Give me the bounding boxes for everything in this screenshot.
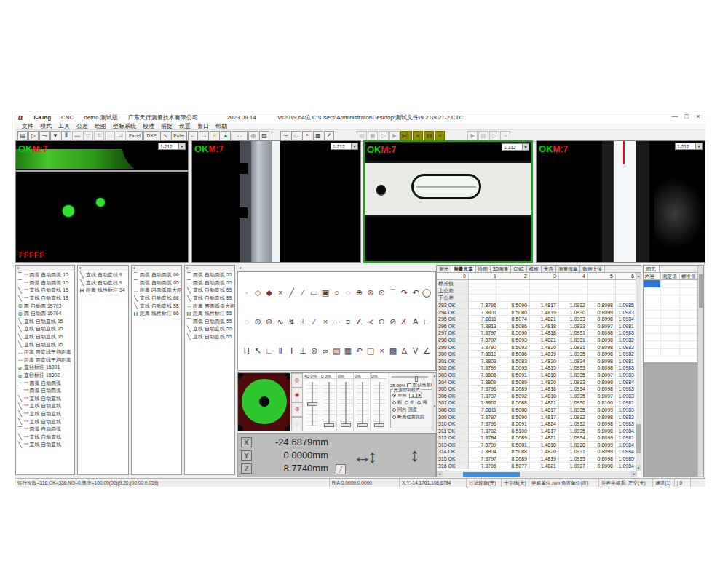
table-row[interactable]: 303 OK7.88068.50911.48181.09350.80971.09… [437, 372, 641, 379]
graph-icon[interactable]: ∠ [324, 131, 334, 140]
table-tab-4[interactable]: CNC [511, 266, 526, 272]
camera-view-4[interactable]: OKM:7 1-212▾ [536, 140, 705, 263]
open2-icon[interactable]: ▷ [379, 131, 389, 140]
palette-tool-icon[interactable]: ∟ [422, 317, 432, 326]
scrollbar-thumb[interactable] [699, 274, 703, 308]
slider-track[interactable] [345, 382, 347, 426]
palette-tool-icon[interactable]: ∡ [399, 317, 409, 327]
ring-light-icon-1[interactable]: ◉ [291, 388, 303, 402]
slider-track[interactable] [379, 382, 380, 426]
measure-item[interactable]: ⌒***圆弧 自动圆弧 [16, 379, 74, 387]
element-panel-scrollbar[interactable] [697, 266, 703, 477]
measure-item[interactable]: ╲直线 自动直线 55 [185, 333, 234, 341]
menu-item-5[interactable]: 坐标系统 [113, 122, 136, 130]
table-row[interactable]: 296 OK7.88138.50861.48181.09330.80971.09… [437, 323, 641, 330]
scroll-up-icon[interactable]: ▴ [636, 273, 641, 279]
list-scroll-strip[interactable]: ◂ [185, 266, 234, 271]
table-row[interactable]: 308 OK7.88118.50881.48171.09350.80991.09… [437, 407, 641, 414]
measure-item[interactable]: ↔距离 内圆弧最大距 [132, 287, 181, 295]
close-icon[interactable]: × [692, 111, 704, 121]
table-row[interactable]: 313 OK7.87998.50811.48181.09280.80991.09… [437, 442, 641, 449]
palette-tool-icon[interactable]: ◇ [253, 288, 263, 298]
center-scroll-strip[interactable]: ◂ [237, 265, 436, 271]
grid-icon[interactable]: ▩ [313, 131, 323, 140]
ring-light-icon-3[interactable]: ◌ [291, 417, 303, 431]
measure-item[interactable]: ↔距离 两直线平均距离 [16, 356, 74, 364]
measure-item[interactable]: ╲直线 自动直线 55 [185, 287, 234, 295]
measure-item[interactable]: H距离 线性标注 55 [185, 310, 234, 318]
table-tab-0[interactable]: 测光 [437, 266, 451, 272]
table-row[interactable]: 295 OK7.88118.50741.48211.09330.80981.09… [437, 316, 641, 323]
palette-tool-icon[interactable]: ◯ [422, 288, 432, 298]
measure-item[interactable]: ╲直线 自动直线 55 [132, 302, 181, 310]
menu-item-7[interactable]: 捕捉 [161, 122, 173, 130]
list-scroll-strip[interactable]: ◂ [132, 266, 181, 271]
measure-item[interactable]: ╲直线 自动直线 15 [16, 333, 74, 341]
palette-tool-icon[interactable]: ↶ [411, 288, 421, 298]
measure-item[interactable]: ╲***直线 自动直线 [16, 418, 74, 426]
arrow-right-icon[interactable]: → [199, 131, 209, 140]
camera-zoom-select[interactable]: 1-212▾ [158, 143, 186, 150]
palette-tool-icon[interactable]: ↯ [287, 317, 297, 327]
vertical-arrows-icon[interactable]: ↕ [368, 445, 377, 467]
camera-view-3-selected[interactable]: OKM:7 1-212▾ [363, 140, 533, 263]
palette-tool-icon[interactable]: ∟ [264, 346, 274, 355]
measure-item[interactable]: ╲直线 自动直线 55 [185, 325, 234, 333]
camera-zoom-select[interactable]: 1-212▾ [502, 143, 529, 151]
measure-item[interactable]: ⌒圆弧 自动圆弧 55 [185, 318, 234, 326]
table-row[interactable]: 标准值 [437, 280, 641, 287]
palette-tool-icon[interactable]: ∕ [298, 288, 308, 297]
table-tab-2[interactable]: 绘图 [476, 266, 491, 272]
slider-thumb[interactable] [341, 423, 351, 427]
table-row[interactable]: 314 OK7.88048.50881.48201.09310.80991.09… [437, 448, 641, 455]
slider-thumb[interactable] [307, 402, 317, 406]
scroll-left-icon[interactable]: ◂ [437, 471, 443, 477]
element-row[interactable] [644, 295, 703, 303]
palette-tool-icon[interactable]: ⊥ [298, 317, 308, 327]
element-row[interactable] [644, 311, 703, 319]
menu-item-2[interactable]: 工具 [58, 122, 70, 130]
z-jog-arrows[interactable]: ↕ [410, 444, 419, 466]
table-row[interactable]: 299 OK7.87908.50931.48201.09310.80981.09… [437, 344, 641, 351]
dxf-button[interactable]: DXF [143, 131, 159, 140]
table-row[interactable]: 311 OK7.87928.51001.48171.09350.80981.09… [437, 428, 641, 435]
table-row[interactable]: 298 OK7.87978.50931.48211.09310.80981.09… [437, 337, 641, 344]
measure-item[interactable]: ╲直线 自动直线 15 [16, 325, 74, 333]
radio-strong[interactable] [417, 401, 421, 404]
measure-item[interactable]: ↔距离 两直线平均距离 [16, 348, 74, 356]
table-tab-5[interactable]: 模板 [527, 266, 542, 272]
table-row[interactable]: 305 OK7.87968.50891.48181.09340.80981.09… [437, 386, 641, 393]
play-to-end-icon[interactable]: ▶▏ [400, 131, 412, 140]
camera-zoom-select[interactable]: 1-212▾ [331, 143, 358, 150]
measure-item[interactable]: ⌀直径标注 15802 [16, 372, 74, 380]
table-tab-1[interactable]: 测量元素 [451, 266, 475, 272]
scroll-up-icon[interactable]: ▴ [434, 373, 436, 378]
scroll-right-icon[interactable]: ▸ [631, 471, 637, 477]
measure-item[interactable]: ↔距离 两圆弧最大距 [185, 302, 234, 310]
measure-item[interactable]: ⌒***圆弧 自动圆弧 15 [16, 271, 74, 279]
palette-tool-icon[interactable]: ▣ [320, 288, 331, 298]
probe2-icon[interactable]: ▽ [83, 131, 93, 140]
edge-tool-icon[interactable]: Ⅱ [61, 131, 71, 140]
lamp-icon[interactable]: ☀ [210, 131, 220, 140]
palette-tool-icon[interactable]: ◌ [242, 317, 252, 326]
minimize-icon[interactable]: — [669, 111, 681, 121]
block-icon[interactable]: ▬ [72, 131, 82, 140]
measure-item[interactable]: ⌒***圆弧 自动圆弧 [16, 426, 74, 434]
menu-item-1[interactable]: 模式 [40, 122, 52, 130]
measure-item[interactable]: H距离 线性标注 66 [132, 310, 181, 318]
dropdown-arrow-icon[interactable]: ▾ [351, 143, 357, 149]
measure-item[interactable]: ⌒***圆弧 自动圆弧 15 [16, 279, 74, 287]
palette-tool-icon[interactable]: Ⅰ [287, 346, 297, 356]
measure-item[interactable]: ╲直线 自动直线 9 [78, 279, 128, 287]
radio-single[interactable] [392, 394, 396, 397]
maximize-icon[interactable]: □ [681, 111, 692, 121]
palette-tool-icon[interactable]: ⊙ [376, 288, 387, 298]
palette-tool-icon[interactable]: ▤ [331, 346, 341, 356]
camera-view-1[interactable]: OKM:7 1-212▾ FFFFF [15, 140, 189, 263]
palette-tool-icon[interactable]: ↶ [354, 346, 364, 356]
palette-tool-icon[interactable]: ▭ [309, 288, 320, 298]
measure-list-1[interactable]: ◂⌒***圆弧 自动圆弧 15⌒***圆弧 自动圆弧 15╲***直线 自动直线… [15, 265, 75, 475]
palette-tool-icon[interactable]: ∠ [422, 346, 432, 356]
element-row[interactable] [644, 326, 703, 334]
